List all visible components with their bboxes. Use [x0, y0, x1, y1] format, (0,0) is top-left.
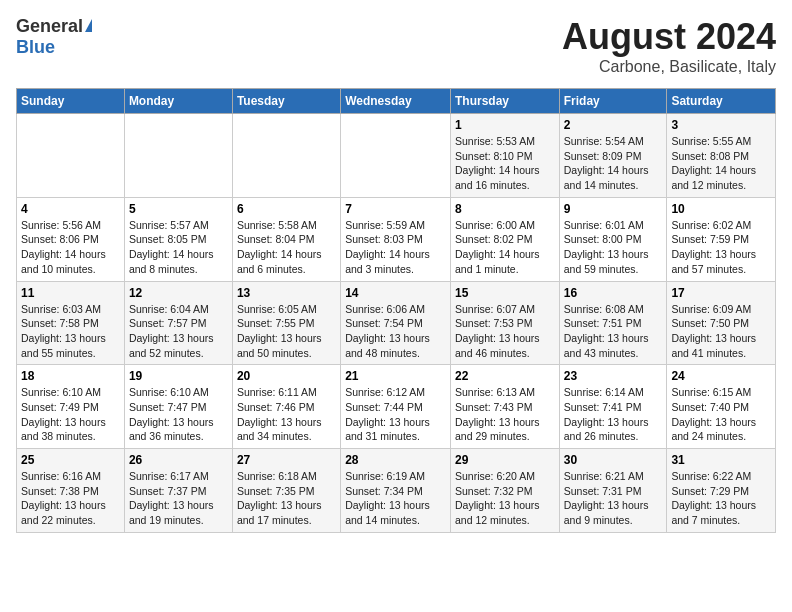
day-number: 2 — [564, 118, 663, 132]
day-content: Sunrise: 6:10 AM Sunset: 7:49 PM Dayligh… — [21, 386, 106, 442]
calendar-cell: 20Sunrise: 6:11 AM Sunset: 7:46 PM Dayli… — [232, 365, 340, 449]
weekday-header: Wednesday — [341, 89, 451, 114]
day-content: Sunrise: 6:12 AM Sunset: 7:44 PM Dayligh… — [345, 386, 430, 442]
day-content: Sunrise: 6:20 AM Sunset: 7:32 PM Dayligh… — [455, 470, 540, 526]
day-content: Sunrise: 6:16 AM Sunset: 7:38 PM Dayligh… — [21, 470, 106, 526]
calendar-cell: 2Sunrise: 5:54 AM Sunset: 8:09 PM Daylig… — [559, 114, 667, 198]
calendar-cell: 13Sunrise: 6:05 AM Sunset: 7:55 PM Dayli… — [232, 281, 340, 365]
logo-general: General — [16, 16, 83, 37]
day-content: Sunrise: 6:15 AM Sunset: 7:40 PM Dayligh… — [671, 386, 756, 442]
calendar-week-row: 18Sunrise: 6:10 AM Sunset: 7:49 PM Dayli… — [17, 365, 776, 449]
calendar-week-row: 11Sunrise: 6:03 AM Sunset: 7:58 PM Dayli… — [17, 281, 776, 365]
day-content: Sunrise: 5:57 AM Sunset: 8:05 PM Dayligh… — [129, 219, 214, 275]
day-number: 25 — [21, 453, 120, 467]
day-content: Sunrise: 6:21 AM Sunset: 7:31 PM Dayligh… — [564, 470, 649, 526]
day-number: 1 — [455, 118, 555, 132]
day-content: Sunrise: 6:09 AM Sunset: 7:50 PM Dayligh… — [671, 303, 756, 359]
day-content: Sunrise: 6:17 AM Sunset: 7:37 PM Dayligh… — [129, 470, 214, 526]
day-number: 22 — [455, 369, 555, 383]
logo-blue: Blue — [16, 37, 55, 58]
calendar-cell: 7Sunrise: 5:59 AM Sunset: 8:03 PM Daylig… — [341, 197, 451, 281]
calendar-cell: 30Sunrise: 6:21 AM Sunset: 7:31 PM Dayli… — [559, 449, 667, 533]
calendar-subtitle: Carbone, Basilicate, Italy — [562, 58, 776, 76]
day-content: Sunrise: 6:19 AM Sunset: 7:34 PM Dayligh… — [345, 470, 430, 526]
day-number: 14 — [345, 286, 446, 300]
day-number: 26 — [129, 453, 228, 467]
day-content: Sunrise: 5:58 AM Sunset: 8:04 PM Dayligh… — [237, 219, 322, 275]
calendar-week-row: 1Sunrise: 5:53 AM Sunset: 8:10 PM Daylig… — [17, 114, 776, 198]
day-number: 21 — [345, 369, 446, 383]
weekday-header: Saturday — [667, 89, 776, 114]
weekday-header: Sunday — [17, 89, 125, 114]
day-number: 15 — [455, 286, 555, 300]
day-number: 28 — [345, 453, 446, 467]
calendar-title: August 2024 — [562, 16, 776, 58]
calendar-table: SundayMondayTuesdayWednesdayThursdayFrid… — [16, 88, 776, 533]
calendar-cell: 6Sunrise: 5:58 AM Sunset: 8:04 PM Daylig… — [232, 197, 340, 281]
calendar-cell — [124, 114, 232, 198]
day-number: 8 — [455, 202, 555, 216]
day-number: 4 — [21, 202, 120, 216]
weekday-header: Thursday — [450, 89, 559, 114]
calendar-cell: 3Sunrise: 5:55 AM Sunset: 8:08 PM Daylig… — [667, 114, 776, 198]
calendar-cell — [17, 114, 125, 198]
calendar-cell: 24Sunrise: 6:15 AM Sunset: 7:40 PM Dayli… — [667, 365, 776, 449]
day-number: 27 — [237, 453, 336, 467]
calendar-cell: 9Sunrise: 6:01 AM Sunset: 8:00 PM Daylig… — [559, 197, 667, 281]
calendar-cell: 12Sunrise: 6:04 AM Sunset: 7:57 PM Dayli… — [124, 281, 232, 365]
calendar-cell — [232, 114, 340, 198]
day-number: 29 — [455, 453, 555, 467]
day-number: 31 — [671, 453, 771, 467]
day-content: Sunrise: 6:06 AM Sunset: 7:54 PM Dayligh… — [345, 303, 430, 359]
calendar-cell: 19Sunrise: 6:10 AM Sunset: 7:47 PM Dayli… — [124, 365, 232, 449]
calendar-cell: 21Sunrise: 6:12 AM Sunset: 7:44 PM Dayli… — [341, 365, 451, 449]
day-content: Sunrise: 6:11 AM Sunset: 7:46 PM Dayligh… — [237, 386, 322, 442]
day-number: 16 — [564, 286, 663, 300]
calendar-cell: 8Sunrise: 6:00 AM Sunset: 8:02 PM Daylig… — [450, 197, 559, 281]
weekday-header: Monday — [124, 89, 232, 114]
calendar-cell: 4Sunrise: 5:56 AM Sunset: 8:06 PM Daylig… — [17, 197, 125, 281]
day-number: 10 — [671, 202, 771, 216]
day-number: 30 — [564, 453, 663, 467]
day-number: 24 — [671, 369, 771, 383]
day-content: Sunrise: 5:56 AM Sunset: 8:06 PM Dayligh… — [21, 219, 106, 275]
day-number: 6 — [237, 202, 336, 216]
day-number: 20 — [237, 369, 336, 383]
day-content: Sunrise: 6:22 AM Sunset: 7:29 PM Dayligh… — [671, 470, 756, 526]
day-number: 12 — [129, 286, 228, 300]
logo-triangle — [85, 19, 92, 32]
calendar-cell: 11Sunrise: 6:03 AM Sunset: 7:58 PM Dayli… — [17, 281, 125, 365]
day-number: 9 — [564, 202, 663, 216]
logo: General Blue — [16, 16, 92, 58]
day-content: Sunrise: 5:53 AM Sunset: 8:10 PM Dayligh… — [455, 135, 540, 191]
day-content: Sunrise: 6:00 AM Sunset: 8:02 PM Dayligh… — [455, 219, 540, 275]
day-number: 13 — [237, 286, 336, 300]
day-content: Sunrise: 5:55 AM Sunset: 8:08 PM Dayligh… — [671, 135, 756, 191]
day-content: Sunrise: 6:13 AM Sunset: 7:43 PM Dayligh… — [455, 386, 540, 442]
day-content: Sunrise: 5:54 AM Sunset: 8:09 PM Dayligh… — [564, 135, 649, 191]
day-content: Sunrise: 6:08 AM Sunset: 7:51 PM Dayligh… — [564, 303, 649, 359]
day-number: 23 — [564, 369, 663, 383]
day-content: Sunrise: 6:02 AM Sunset: 7:59 PM Dayligh… — [671, 219, 756, 275]
calendar-cell: 27Sunrise: 6:18 AM Sunset: 7:35 PM Dayli… — [232, 449, 340, 533]
day-content: Sunrise: 6:07 AM Sunset: 7:53 PM Dayligh… — [455, 303, 540, 359]
calendar-cell: 22Sunrise: 6:13 AM Sunset: 7:43 PM Dayli… — [450, 365, 559, 449]
day-number: 5 — [129, 202, 228, 216]
calendar-week-row: 4Sunrise: 5:56 AM Sunset: 8:06 PM Daylig… — [17, 197, 776, 281]
day-number: 19 — [129, 369, 228, 383]
day-number: 7 — [345, 202, 446, 216]
title-block: August 2024 Carbone, Basilicate, Italy — [562, 16, 776, 76]
day-content: Sunrise: 6:10 AM Sunset: 7:47 PM Dayligh… — [129, 386, 214, 442]
calendar-cell: 14Sunrise: 6:06 AM Sunset: 7:54 PM Dayli… — [341, 281, 451, 365]
calendar-cell: 25Sunrise: 6:16 AM Sunset: 7:38 PM Dayli… — [17, 449, 125, 533]
calendar-cell: 23Sunrise: 6:14 AM Sunset: 7:41 PM Dayli… — [559, 365, 667, 449]
calendar-cell — [341, 114, 451, 198]
day-number: 18 — [21, 369, 120, 383]
calendar-cell: 29Sunrise: 6:20 AM Sunset: 7:32 PM Dayli… — [450, 449, 559, 533]
day-number: 17 — [671, 286, 771, 300]
calendar-cell: 18Sunrise: 6:10 AM Sunset: 7:49 PM Dayli… — [17, 365, 125, 449]
calendar-cell: 31Sunrise: 6:22 AM Sunset: 7:29 PM Dayli… — [667, 449, 776, 533]
calendar-cell: 10Sunrise: 6:02 AM Sunset: 7:59 PM Dayli… — [667, 197, 776, 281]
weekday-header: Friday — [559, 89, 667, 114]
calendar-cell: 28Sunrise: 6:19 AM Sunset: 7:34 PM Dayli… — [341, 449, 451, 533]
